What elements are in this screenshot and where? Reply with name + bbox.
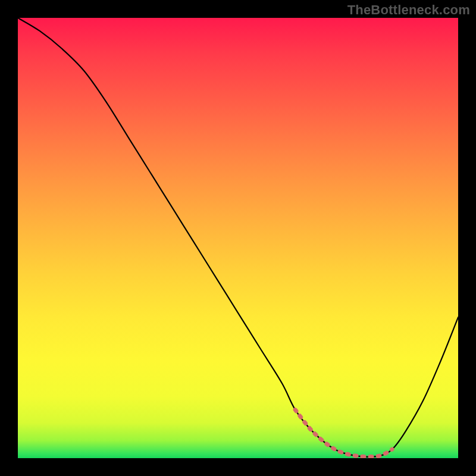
curve-svg [18, 18, 458, 458]
optimal-highlight [295, 410, 392, 457]
watermark-text: TheBottleneck.com [347, 2, 470, 18]
chart-frame: TheBottleneck.com [0, 0, 476, 476]
bottleneck-curve [18, 18, 458, 457]
plot-area [18, 18, 458, 458]
